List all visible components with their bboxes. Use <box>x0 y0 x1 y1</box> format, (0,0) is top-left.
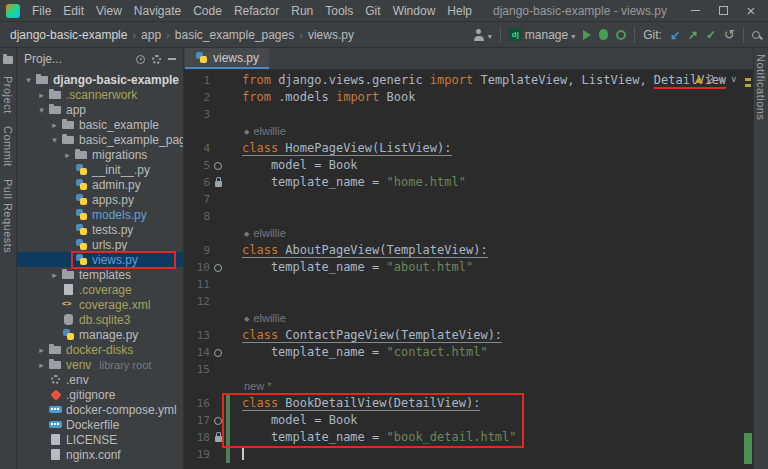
breadcrumb-app[interactable]: app <box>139 28 163 42</box>
gutter[interactable]: 16 <box>184 395 234 412</box>
tree-item-urls-py[interactable]: urls.py <box>17 237 183 252</box>
code-line-11[interactable]: 11 <box>184 276 753 293</box>
menu-run[interactable]: Run <box>285 3 319 19</box>
breadcrumb-basic-example-pages[interactable]: basic_example_pages <box>173 28 296 42</box>
menu-edit[interactable]: Edit <box>57 3 90 19</box>
gutter[interactable]: 18 <box>184 429 234 446</box>
breadcrumb-django-basic-example[interactable]: django-basic-example <box>8 28 129 42</box>
gutter[interactable]: 10 <box>184 259 234 276</box>
gutter[interactable]: 11 <box>184 276 234 293</box>
tree-item-venv[interactable]: ▸venvlibrary root <box>17 357 183 372</box>
tree-item-gitignore[interactable]: .gitignore <box>17 387 183 402</box>
run-button[interactable] <box>583 30 591 40</box>
debug-button[interactable] <box>599 29 608 40</box>
gutter[interactable]: 5 <box>184 157 234 174</box>
gutter[interactable]: 14 <box>184 344 234 361</box>
gutter[interactable]: 12 <box>184 293 234 310</box>
tree-item-docker-disks[interactable]: ▸docker-disks <box>17 342 183 357</box>
code-line-5[interactable]: 5 model = Book <box>184 157 753 174</box>
scrollbar-markers[interactable] <box>743 70 753 469</box>
stripe-button-pull-requests[interactable]: Pull Requests <box>2 179 14 253</box>
stripe-button-project[interactable]: Project <box>2 76 14 114</box>
code-line-13[interactable]: 13class ContactPageView(TemplateView): <box>184 327 753 344</box>
gutter[interactable] <box>184 123 234 140</box>
project-tool-icon[interactable] <box>3 56 13 64</box>
tree-item-models-py[interactable]: models.py <box>17 207 183 222</box>
tab-views-py[interactable]: views.py <box>185 48 269 69</box>
search-button[interactable] <box>752 31 760 39</box>
gutter[interactable]: 9 <box>184 242 234 259</box>
inspections-widget[interactable]: 2 <box>695 73 737 85</box>
menu-tools[interactable]: Tools <box>319 3 359 19</box>
gutter[interactable]: 2 <box>184 89 234 106</box>
gutter[interactable]: 13 <box>184 327 234 344</box>
gutter[interactable]: 8 <box>184 208 234 225</box>
lock-gutter-icon[interactable] <box>215 181 222 187</box>
code-line-1[interactable]: 1from django.views.generic import Templa… <box>184 72 753 89</box>
gutter[interactable]: 3 <box>184 106 234 123</box>
override-gutter-icon[interactable] <box>214 349 222 357</box>
gutter[interactable]: 15 <box>184 361 234 378</box>
git-push-button[interactable] <box>688 28 698 42</box>
code-line-14[interactable]: 14 template_name = "contact.html" <box>184 344 753 361</box>
tree-item-apps-py[interactable]: apps.py <box>17 192 183 207</box>
override-gutter-icon[interactable] <box>214 162 222 170</box>
tree-item-docker-compose-yml[interactable]: docker-compose.yml <box>17 402 183 417</box>
tree-item-django-basic-example[interactable]: ▾django-basic-exampleD:\code <box>17 72 183 87</box>
coverage-button[interactable] <box>616 30 626 40</box>
tree-item-init-py[interactable]: __init__.py <box>17 162 183 177</box>
chevron-collapsed-icon[interactable]: ▸ <box>49 270 60 280</box>
inlay-hint[interactable]: elwillie <box>184 123 753 140</box>
chevron-collapsed-icon[interactable]: ▸ <box>36 345 47 355</box>
override-gutter-icon[interactable] <box>214 417 222 425</box>
tree-item-coverage-xml[interactable]: coverage.xml <box>17 297 183 312</box>
tree-item-scannerwork[interactable]: ▸.scannerwork <box>17 87 183 102</box>
chevron-collapsed-icon[interactable]: ▸ <box>36 360 47 370</box>
code-line-9[interactable]: 9class AboutPageView(TemplateView): <box>184 242 753 259</box>
gutter[interactable]: 19 <box>184 446 234 463</box>
gutter[interactable] <box>184 225 234 242</box>
chevron-collapsed-icon[interactable]: ▸ <box>36 90 47 100</box>
code-line-4[interactable]: 4class HomePageView(ListView): <box>184 140 753 157</box>
menu-navigate[interactable]: Navigate <box>128 3 187 19</box>
menu-help[interactable]: Help <box>441 3 478 19</box>
gutter[interactable] <box>184 378 234 395</box>
gear-icon[interactable] <box>152 55 161 64</box>
code-line-12[interactable]: 12 <box>184 293 753 310</box>
menu-refactor[interactable]: Refactor <box>228 3 285 19</box>
lock-gutter-icon[interactable] <box>215 436 222 442</box>
maximize-button[interactable] <box>710 0 736 21</box>
gutter[interactable]: 6 <box>184 174 234 191</box>
chevron-collapsed-icon[interactable]: ▸ <box>62 150 73 160</box>
menu-window[interactable]: Window <box>387 3 442 19</box>
stripe-button-notifications[interactable]: Notifications <box>755 54 767 120</box>
code-line-8[interactable]: 8 <box>184 208 753 225</box>
tree-item-tests-py[interactable]: tests.py <box>17 222 183 237</box>
menu-file[interactable]: File <box>26 3 57 19</box>
inlay-hint[interactable]: elwillie <box>184 225 753 242</box>
gutter[interactable]: 17 <box>184 412 234 429</box>
tree-item-nginx-conf[interactable]: nginx.conf <box>17 447 183 462</box>
tree-item-basic-example[interactable]: ▸basic_example <box>17 117 183 132</box>
tree-item-templates[interactable]: ▸templates <box>17 267 183 282</box>
tree-item-env[interactable]: .env <box>17 372 183 387</box>
menu-view[interactable]: View <box>90 3 128 19</box>
git-commit-button[interactable] <box>706 28 716 42</box>
tree-item-views-py[interactable]: views.py <box>17 252 183 267</box>
close-button[interactable] <box>738 0 764 21</box>
gutter[interactable]: 1 <box>184 72 234 89</box>
tree-item-db-sqlite3[interactable]: db.sqlite3 <box>17 312 183 327</box>
code-line-15[interactable]: 15 <box>184 361 753 378</box>
minimize-button[interactable] <box>682 0 708 21</box>
chevron-collapsed-icon[interactable]: ▸ <box>49 120 60 130</box>
code-line-17[interactable]: 17 model = Book <box>184 412 753 429</box>
history-button[interactable] <box>724 27 735 42</box>
code-line-7[interactable]: 7 <box>184 191 753 208</box>
tree-item-license[interactable]: LICENSE <box>17 432 183 447</box>
gutter[interactable] <box>184 310 234 327</box>
code-area[interactable]: 1from django.views.generic import Templa… <box>184 70 753 469</box>
next-warning-button[interactable] <box>730 74 737 84</box>
code-line-19[interactable]: 19 <box>184 446 753 463</box>
tree-item-admin-py[interactable]: admin.py <box>17 177 183 192</box>
inlay-hint[interactable]: new * <box>184 378 753 395</box>
